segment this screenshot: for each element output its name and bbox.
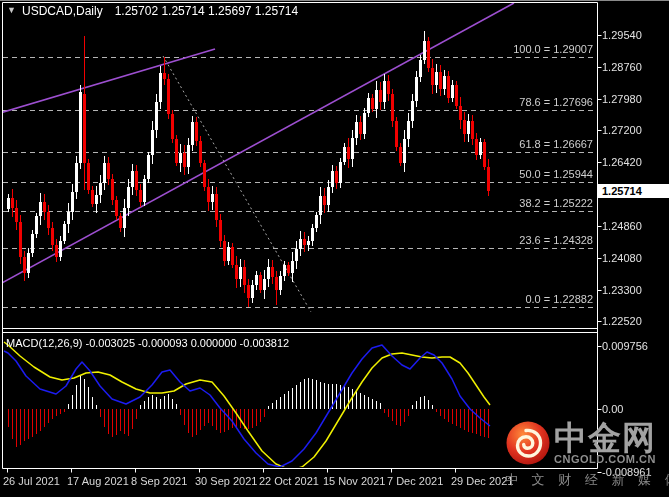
price-axis-label: 1.23300 xyxy=(602,284,642,296)
date-axis-label: 7 Dec 2021 xyxy=(387,475,443,487)
price-axis-label: 1.29540 xyxy=(602,29,642,41)
date-axis-label: 22 Oct 2021 xyxy=(259,475,319,487)
date-axis-label: 26 Jul 2021 xyxy=(3,475,60,487)
price-axis-label: 1.27980 xyxy=(602,93,642,105)
macd-indicator-label: MACD(12,26,9) -0.003025 -0.000093 0.0000… xyxy=(6,337,289,349)
price-axis-label: 1.24860 xyxy=(602,220,642,232)
symbol-timeframe: USDCAD,Daily xyxy=(22,4,103,18)
date-axis-label: 30 Sep 2021 xyxy=(195,475,257,487)
price-axis-label: 1.27200 xyxy=(602,124,642,136)
watermark-domain: CNGOLD.COM.CN xyxy=(554,453,656,465)
trading-chart-window: ▼ USDCAD,Daily1.25702 1.25714 1.25697 1.… xyxy=(0,0,669,497)
price-axis-label: 1.22520 xyxy=(602,315,642,327)
chart-dropdown-icon: ▼ xyxy=(7,5,16,15)
fib-level-label: 38.2 = 1.25222 xyxy=(519,197,593,209)
macd-axis-label: 0.009756 xyxy=(602,340,648,352)
fib-level-label: 78.6 = 1.27696 xyxy=(519,96,593,108)
fib-level-label: 50.0 = 1.25944 xyxy=(519,168,593,180)
price-axis-label: 1.24080 xyxy=(602,252,642,264)
fib-level-label: 61.8 = 1.26667 xyxy=(519,138,593,150)
date-axis-label: 8 Sep 2021 xyxy=(131,475,187,487)
cngold-logo-icon xyxy=(505,420,551,470)
current-price-tag: 1.25714 xyxy=(598,184,669,198)
watermark-brand: 中金网 xyxy=(554,420,656,456)
fib-level-label: 0.0 = 1.22882 xyxy=(525,293,593,305)
watermark: 中金网 CNGOLD.COM.CN 中 文 财 经 新 媒 体 xyxy=(505,420,667,489)
watermark-tagline: 中 文 财 经 新 媒 体 xyxy=(505,471,667,489)
price-axis-label: 1.28760 xyxy=(602,61,642,73)
date-axis-label: 17 Aug 2021 xyxy=(67,475,129,487)
ohlc-quote: 1.25702 1.25714 1.25697 1.25714 xyxy=(115,4,299,18)
macd-axis-label: 0.00 xyxy=(602,403,623,415)
date-axis-label: 15 Nov 2021 xyxy=(323,475,385,487)
fib-level-label: 23.6 = 1.24328 xyxy=(519,234,593,246)
fib-level-label: 100.0 = 1.29007 xyxy=(513,43,593,55)
price-axis-label: 1.26420 xyxy=(602,156,642,168)
chart-title: USDCAD,Daily1.25702 1.25714 1.25697 1.25… xyxy=(22,4,298,18)
